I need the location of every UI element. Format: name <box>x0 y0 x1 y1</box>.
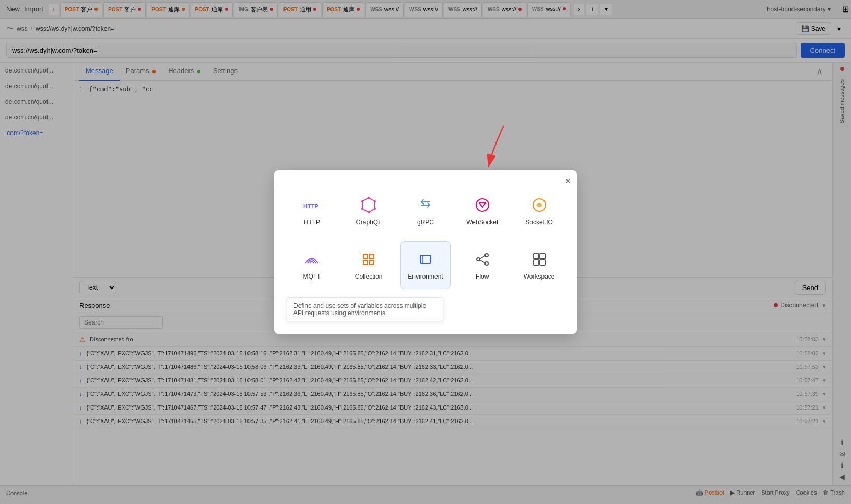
modal-dialog: × HTTP HTTP <box>274 170 577 334</box>
modal-item-grpc[interactable]: gRPC <box>400 187 451 235</box>
environment-label: Environment <box>408 273 443 280</box>
svg-rect-15 <box>370 260 374 265</box>
environment-icon <box>416 250 435 269</box>
modal-item-http[interactable]: HTTP HTTP <box>287 187 337 235</box>
modal-item-workspace[interactable]: Workspace <box>514 241 564 289</box>
svg-point-9 <box>476 199 489 211</box>
svg-marker-2 <box>362 198 375 212</box>
svg-rect-24 <box>540 254 545 259</box>
graphql-icon <box>359 196 378 214</box>
svg-rect-25 <box>534 260 539 265</box>
svg-point-5 <box>374 208 376 210</box>
http-icon: HTTP <box>302 196 321 214</box>
svg-rect-26 <box>540 260 545 265</box>
socketio-label: Socket.IO <box>525 219 553 226</box>
svg-line-21 <box>480 256 485 259</box>
svg-point-4 <box>374 200 376 202</box>
svg-point-3 <box>368 197 370 199</box>
flow-label: Flow <box>476 273 489 280</box>
svg-rect-16 <box>420 255 431 263</box>
http-label: HTTP <box>304 219 320 226</box>
svg-point-20 <box>485 262 488 265</box>
svg-point-6 <box>368 211 370 213</box>
workspace-icon <box>530 250 549 269</box>
flow-icon <box>473 250 492 269</box>
grpc-label: gRPC <box>417 219 434 226</box>
svg-point-8 <box>361 200 363 202</box>
svg-rect-13 <box>370 254 374 258</box>
svg-point-18 <box>477 258 480 261</box>
mqtt-label: MQTT <box>303 273 321 280</box>
environment-tooltip: Define and use sets of variables across … <box>287 297 443 321</box>
svg-text:HTTP: HTTP <box>303 203 318 209</box>
socketio-icon <box>530 196 549 214</box>
modal-item-collection[interactable]: Collection <box>344 241 394 289</box>
svg-point-19 <box>485 254 488 257</box>
modal-item-flow[interactable]: Flow <box>457 241 507 289</box>
tooltip-text: Define and use sets of variables across … <box>293 302 426 317</box>
modal-item-websocket[interactable]: WebSocket <box>457 187 507 235</box>
grpc-icon <box>416 196 435 214</box>
modal-item-graphql[interactable]: GraphQL <box>344 187 394 235</box>
svg-rect-12 <box>363 254 368 258</box>
websocket-label: WebSocket <box>466 219 498 226</box>
red-arrow <box>462 121 525 173</box>
collection-label: Collection <box>355 273 383 280</box>
svg-point-7 <box>361 208 363 210</box>
svg-rect-23 <box>534 254 539 259</box>
svg-rect-14 <box>363 260 368 265</box>
svg-line-22 <box>480 260 485 263</box>
modal-close-button[interactable]: × <box>565 176 571 186</box>
websocket-icon <box>473 196 492 214</box>
graphql-label: GraphQL <box>356 219 382 226</box>
modal-item-mqtt[interactable]: MQTT <box>287 241 337 289</box>
modal-grid: HTTP HTTP GraphQL <box>287 187 564 289</box>
mqtt-icon <box>302 250 321 269</box>
modal-item-environment[interactable]: Environment <box>400 241 451 289</box>
modal-item-socketio[interactable]: Socket.IO <box>514 187 564 235</box>
workspace-label: Workspace <box>524 273 555 280</box>
modal-overlay[interactable]: × HTTP HTTP <box>0 0 851 500</box>
collection-icon <box>359 250 378 269</box>
